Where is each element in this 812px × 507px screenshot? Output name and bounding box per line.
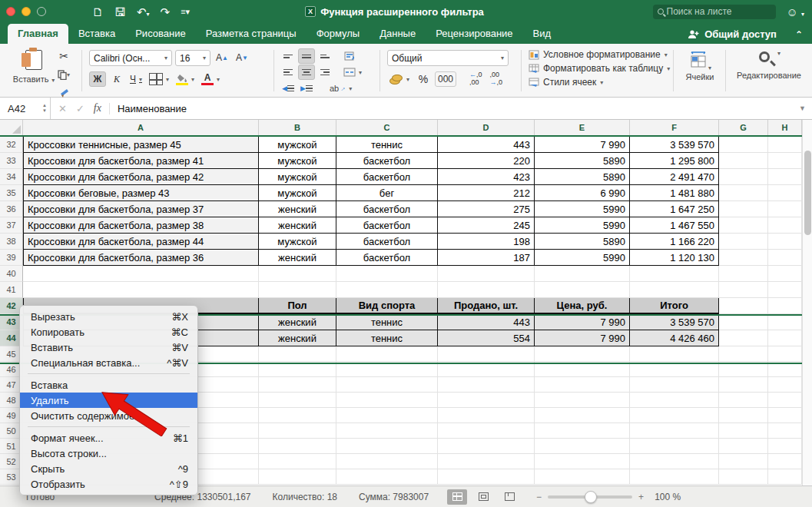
cell-F44[interactable]: 4 426 460 xyxy=(630,330,719,346)
cell-G40[interactable] xyxy=(719,266,768,282)
normal-view-button[interactable] xyxy=(447,489,467,505)
cell-E33[interactable]: 5890 xyxy=(535,153,630,169)
vertical-scrollbar[interactable] xyxy=(802,120,812,485)
column-header-C[interactable]: C xyxy=(336,120,438,135)
cell-G34[interactable] xyxy=(719,169,768,185)
cell-H37[interactable] xyxy=(768,217,802,234)
cell-B49[interactable] xyxy=(259,408,336,423)
cell-F35[interactable]: 1 481 880 xyxy=(630,185,719,201)
ribbon-tab-Формулы[interactable]: Формулы xyxy=(307,24,370,44)
cell-F46[interactable] xyxy=(630,362,719,377)
align-bottom-icon[interactable] xyxy=(317,48,333,64)
cell-B39[interactable]: женский xyxy=(259,250,336,266)
cell-F53[interactable] xyxy=(630,469,719,485)
cell-A33[interactable]: Кроссовки для баскетбола, размер 41 xyxy=(23,153,259,169)
cell-E49[interactable] xyxy=(535,408,630,423)
cell-C43[interactable]: теннис xyxy=(336,314,438,330)
cell-D42[interactable]: Продано, шт. xyxy=(438,298,535,314)
cell-F42[interactable]: Итого xyxy=(630,298,719,314)
zoom-out-icon[interactable]: − xyxy=(536,492,542,502)
underline-button[interactable]: Ч▾ xyxy=(128,71,144,87)
cell-G37[interactable] xyxy=(719,217,768,234)
column-header-A[interactable]: A xyxy=(23,120,259,135)
cell-H33[interactable] xyxy=(768,153,802,169)
cell-D50[interactable] xyxy=(438,423,535,439)
cell-E35[interactable]: 6 990 xyxy=(535,185,630,201)
cell-D41[interactable] xyxy=(438,282,535,298)
currency-format-icon[interactable]: ▾ xyxy=(387,71,412,87)
row-header-32[interactable]: 32 xyxy=(0,137,23,153)
cell-E32[interactable]: 7 990 xyxy=(535,137,630,153)
cell-D39[interactable]: 187 xyxy=(438,250,535,266)
cell-A38[interactable]: Кроссовки для баскетбола, размер 44 xyxy=(23,234,259,250)
menu-item-Высота-строки-[interactable]: Высота строки... xyxy=(20,446,197,461)
cell-H40[interactable] xyxy=(768,266,802,282)
cell-F34[interactable]: 2 491 470 xyxy=(630,169,719,185)
align-center-icon[interactable] xyxy=(298,65,315,80)
cell-E38[interactable]: 5890 xyxy=(535,234,630,250)
cell-E47[interactable] xyxy=(535,377,630,393)
row-header-34[interactable]: 34 xyxy=(0,169,23,185)
cell-G32[interactable] xyxy=(719,137,768,153)
cells-button[interactable]: ▾ Ячейки xyxy=(681,50,719,81)
cell-H49[interactable] xyxy=(768,408,802,423)
column-header-F[interactable]: F xyxy=(630,120,719,135)
cell-E43[interactable]: 7 990 xyxy=(535,314,630,330)
cell-H51[interactable] xyxy=(768,439,802,454)
cell-B46[interactable] xyxy=(259,362,336,377)
cell-B43[interactable]: женский xyxy=(259,314,336,330)
cut-icon[interactable]: ✂ xyxy=(55,48,72,64)
column-header-H[interactable]: H xyxy=(768,120,802,135)
cell-B32[interactable]: мужской xyxy=(259,137,336,153)
cell-F47[interactable] xyxy=(630,377,719,393)
column-header-G[interactable]: G xyxy=(719,120,768,135)
decrease-indent-icon[interactable]: ◀ xyxy=(280,81,297,96)
increase-decimal-icon[interactable]: ←,0,00 xyxy=(467,71,485,87)
cell-E37[interactable]: 5990 xyxy=(535,217,630,234)
insert-function-icon[interactable]: fx xyxy=(94,102,101,114)
cell-D45[interactable] xyxy=(438,346,535,362)
cell-H50[interactable] xyxy=(768,423,802,439)
cell-G49[interactable] xyxy=(719,408,768,423)
name-box[interactable]: A42 ▲▼ xyxy=(0,98,51,119)
cell-G35[interactable] xyxy=(719,185,768,201)
cell-C47[interactable] xyxy=(336,377,438,393)
cell-C40[interactable] xyxy=(336,266,438,282)
cell-G41[interactable] xyxy=(719,282,768,298)
cell-C45[interactable] xyxy=(336,346,438,362)
font-color-button[interactable]: A▾ xyxy=(199,71,222,87)
menu-item-Вставить[interactable]: Вставить⌘V xyxy=(20,340,197,355)
formula-value[interactable]: Наименование xyxy=(109,103,187,114)
cell-D48[interactable] xyxy=(438,393,535,408)
cell-H39[interactable] xyxy=(768,250,802,266)
zoom-window-button[interactable] xyxy=(37,7,46,16)
cell-D44[interactable]: 554 xyxy=(438,330,535,346)
cell-H34[interactable] xyxy=(768,169,802,185)
cell-E48[interactable] xyxy=(535,393,630,408)
cell-A41[interactable] xyxy=(23,282,259,298)
number-format-select[interactable]: Общий▾ xyxy=(387,50,509,66)
borders-button[interactable]: ▾ xyxy=(147,71,171,87)
cell-F37[interactable]: 1 467 550 xyxy=(630,217,719,234)
cell-F36[interactable]: 1 647 250 xyxy=(630,201,719,217)
text-orientation-icon[interactable]: ab→▾ xyxy=(327,81,354,96)
cell-B34[interactable]: мужской xyxy=(259,169,336,185)
cell-D49[interactable] xyxy=(438,408,535,423)
cell-G52[interactable] xyxy=(719,454,768,469)
minimize-window-button[interactable] xyxy=(22,7,31,16)
cell-B42[interactable]: Пол xyxy=(259,298,336,314)
cell-D37[interactable]: 245 xyxy=(438,217,535,234)
share-button[interactable]: Общий доступ ⌃ xyxy=(688,28,812,44)
cell-D36[interactable]: 275 xyxy=(438,201,535,217)
cell-F43[interactable]: 3 539 570 xyxy=(630,314,719,330)
zoom-slider-thumb[interactable] xyxy=(585,491,597,503)
cell-F48[interactable] xyxy=(630,393,719,408)
cell-D40[interactable] xyxy=(438,266,535,282)
cell-B38[interactable]: мужской xyxy=(259,234,336,250)
ribbon-tab-Разметка страницы[interactable]: Разметка страницы xyxy=(196,24,307,44)
select-all-corner[interactable] xyxy=(0,120,23,135)
row-header-41[interactable]: 41 xyxy=(0,282,23,298)
cell-C46[interactable] xyxy=(336,362,438,377)
cell-B37[interactable]: женский xyxy=(259,217,336,234)
cell-E41[interactable] xyxy=(535,282,630,298)
